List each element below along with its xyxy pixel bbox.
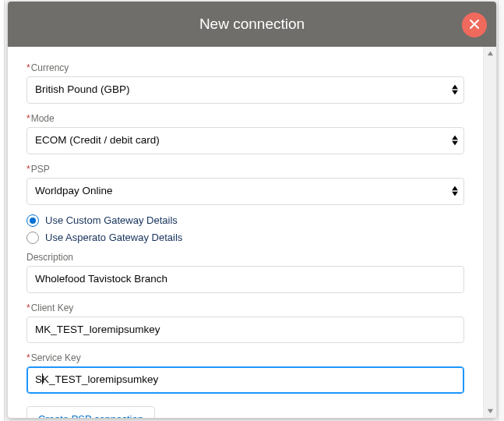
description-input[interactable]: Wholefood Tavistock Branch — [26, 266, 464, 293]
gateway-radio-group: Use Custom Gateway Details Use Asperato … — [26, 213, 464, 247]
client-key-input[interactable]: MK_TEST_loremipsumkey — [26, 317, 464, 344]
required-star-icon: * — [26, 352, 30, 363]
psp-select[interactable]: Worldpay Online — [26, 178, 464, 205]
background-left-strip — [0, 0, 5, 421]
required-star-icon: * — [26, 62, 30, 73]
svg-marker-9 — [487, 409, 492, 413]
required-star-icon: * — [26, 113, 30, 124]
radio-unchecked-icon — [26, 232, 39, 244]
service-key-value-suffix: K_TEST_loremipsumkey — [42, 373, 158, 385]
currency-label: *Currency — [26, 62, 464, 73]
description-value: Wholefood Tavistock Branch — [35, 273, 167, 285]
chevron-up-icon — [487, 48, 494, 59]
new-connection-modal: New connection *Currency British Pound (… — [8, 2, 496, 418]
client-key-value: MK_TEST_loremipsumkey — [35, 324, 160, 335]
radio-asperato-gateway[interactable]: Use Asperato Gateway Details — [26, 230, 464, 247]
mode-label: *Mode — [26, 113, 464, 124]
radio-custom-label: Use Custom Gateway Details — [45, 214, 178, 226]
service-key-label: *Service Key — [26, 352, 464, 363]
service-key-value-prefix: S — [35, 373, 42, 385]
chevron-down-icon — [487, 405, 494, 417]
mode-value: ECOM (Credit / debit card) — [35, 134, 160, 146]
modal-header: New connection — [8, 2, 496, 47]
modal-body: *Currency British Pound (GBP) *Mode ECOM… — [8, 47, 483, 418]
scroll-up-button[interactable] — [484, 47, 497, 60]
psp-label: *PSP — [26, 164, 464, 175]
create-psp-connection-button[interactable]: Create PSP connection — [26, 406, 155, 418]
mode-select[interactable]: ECOM (Credit / debit card) — [26, 127, 464, 154]
required-star-icon: * — [26, 164, 30, 175]
background-right-strip — [498, 0, 504, 421]
scroll-down-button[interactable] — [484, 405, 497, 418]
radio-custom-gateway[interactable]: Use Custom Gateway Details — [26, 213, 464, 230]
currency-select[interactable]: British Pound (GBP) — [26, 76, 464, 104]
close-button[interactable] — [462, 12, 487, 37]
radio-checked-icon — [26, 214, 39, 227]
description-label: Description — [26, 252, 464, 263]
scrollbar[interactable] — [483, 47, 496, 418]
service-key-input[interactable]: SK_TEST_loremipsumkey — [26, 366, 464, 394]
psp-value: Worldpay Online — [35, 185, 113, 196]
close-icon — [469, 16, 480, 34]
client-key-label: *Client Key — [26, 302, 464, 313]
svg-marker-8 — [487, 51, 492, 55]
create-button-label: Create PSP connection — [38, 413, 143, 418]
radio-asperato-label: Use Asperato Gateway Details — [45, 232, 182, 243]
required-star-icon: * — [26, 302, 30, 313]
modal-title: New connection — [199, 16, 305, 33]
currency-value: British Pound (GBP) — [35, 83, 130, 95]
